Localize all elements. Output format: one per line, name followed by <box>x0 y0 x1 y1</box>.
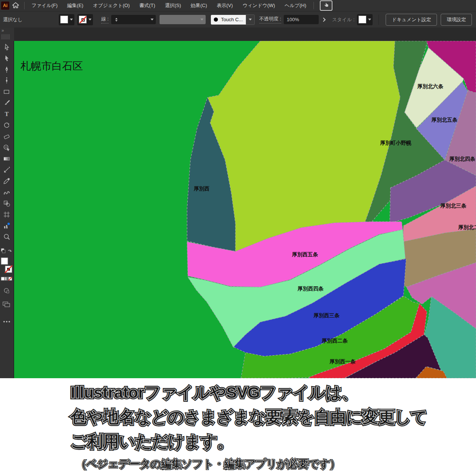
brush-definition-dropdown[interactable]: Touch C... <box>211 15 246 25</box>
curvature-tool[interactable] <box>0 75 13 86</box>
brush-definition-chevron[interactable] <box>246 15 255 25</box>
variable-width-dropdown-disabled <box>160 15 206 24</box>
document-canvas[interactable]: 札幌市白石区 厚別北六条 厚別北五条 厚別町小野幌 厚別北四条 厚別北三条 厚別… <box>14 41 476 378</box>
paintbrush-tool[interactable] <box>0 97 13 109</box>
menu-effect[interactable]: 効果(C) <box>186 0 212 11</box>
brush-dot-icon <box>214 17 218 22</box>
map-label: 厚別北四条 <box>449 156 476 162</box>
promo-banner: IllustratorファイルやSVGファイルは、 Illustratorファイ… <box>0 378 476 476</box>
default-and-swap-fill-stroke[interactable] <box>0 245 13 257</box>
home-icon <box>12 2 19 9</box>
home-button[interactable] <box>9 0 22 11</box>
type-tool[interactable]: T <box>0 109 13 120</box>
chevron-down-icon <box>151 19 154 20</box>
selection-status: 選択なし <box>3 16 59 23</box>
controlbar-divider <box>379 15 379 25</box>
direct-selection-tool[interactable] <box>0 53 13 64</box>
menu-file[interactable]: ファイル(F) <box>27 0 62 11</box>
menu-select[interactable]: 選択(S) <box>160 0 186 11</box>
map-label: 厚別西二条 <box>321 338 348 344</box>
eyedropper-tool[interactable] <box>0 176 13 187</box>
style-swatch[interactable] <box>358 16 366 23</box>
rotate-tool[interactable] <box>0 120 13 131</box>
more-tools-ellipsis[interactable] <box>0 316 13 327</box>
stroke-color-proxy[interactable] <box>5 266 12 273</box>
map-label: 厚別西三条 <box>313 312 340 318</box>
menu-bar: Ai ファイル(F) 編集(E) オブジェクト(O) 書式(T) 選択(S) 効… <box>0 0 476 11</box>
menubar-divider <box>24 2 25 9</box>
graph-tool[interactable] <box>0 220 13 231</box>
chevron-down-icon <box>249 19 252 20</box>
chevron-down-icon <box>368 19 371 20</box>
illustrator-logo[interactable]: Ai <box>1 1 9 10</box>
opacity-options-button[interactable] <box>319 15 328 24</box>
menubar-divider <box>313 2 314 9</box>
chevron-right-icon <box>321 17 325 22</box>
document-setup-button[interactable]: ドキュメント設定 <box>386 14 437 26</box>
artboard-tool[interactable] <box>0 209 13 220</box>
pen-tool[interactable] <box>0 64 13 75</box>
gradient-tool[interactable] <box>0 153 13 164</box>
map-title: 札幌市白石区 <box>20 60 83 72</box>
rectangle-tool[interactable] <box>0 86 13 97</box>
chevron-down-icon <box>70 19 73 20</box>
fill-swatch[interactable] <box>60 16 68 23</box>
width-tool[interactable] <box>0 164 13 176</box>
toolbar-drag-grip[interactable] <box>1 34 10 39</box>
eraser-tool[interactable] <box>0 131 13 142</box>
fill-color-dropdown[interactable] <box>59 14 74 25</box>
map-label: 厚別西四条 <box>297 286 324 292</box>
shape-builder-tool[interactable] <box>0 198 13 209</box>
touch-hand-icon <box>324 3 329 9</box>
stroke-weight-field[interactable] <box>111 15 156 24</box>
brush-definition-value: Touch C... <box>221 17 243 22</box>
stroke-weight-stepper[interactable] <box>113 18 119 22</box>
style-label: スタイル : <box>332 16 354 23</box>
chevron-down-icon <box>200 19 203 20</box>
menu-type[interactable]: 書式(T) <box>135 0 160 11</box>
menu-object[interactable]: オブジェクト(O) <box>88 0 135 11</box>
menu-edit[interactable]: 編集(E) <box>62 0 88 11</box>
preferences-button[interactable]: 環境設定 <box>441 14 472 26</box>
touch-workspace-button[interactable] <box>320 0 332 11</box>
color-gradient-none-controls[interactable] <box>0 276 13 282</box>
opacity-value: 100% <box>287 17 299 22</box>
menu-help[interactable]: ヘルプ(H) <box>280 0 311 11</box>
toolbar-header: » <box>0 28 14 41</box>
map-label: 厚別西五条 <box>292 251 318 257</box>
fill-color-proxy[interactable] <box>1 258 8 264</box>
promo-line-2: 色や地名などのさまざまな要素を自由に変更して 色や地名などのさまざまな要素を自由… <box>71 406 427 428</box>
map-label: 厚別町小野幌 <box>380 140 412 146</box>
style-dropdown[interactable] <box>357 14 373 25</box>
shaper-tool[interactable] <box>0 142 13 153</box>
step-down-icon <box>115 20 118 22</box>
toolbar-collapse-icon[interactable]: » <box>1 28 4 33</box>
selection-tool[interactable] <box>0 42 13 53</box>
map-label: 厚別西一条 <box>329 358 356 364</box>
control-bar: 選択なし 線 : Touch C... 不透明度 : 100% スタイル : ド… <box>0 11 476 28</box>
map-label: 厚別北三条 <box>440 203 467 209</box>
promo-line-1: IllustratorファイルやSVGファイルは、 Illustratorファイ… <box>71 382 358 403</box>
screen-mode-control[interactable] <box>0 299 13 310</box>
draw-mode-control[interactable] <box>0 285 13 296</box>
stroke-swatch-none[interactable] <box>79 16 87 23</box>
stroke-color-dropdown[interactable] <box>77 14 93 25</box>
zoom-tool[interactable] <box>0 231 13 242</box>
stroke-weight-label: 線 : <box>101 16 109 23</box>
tools-panel: T <box>0 41 14 378</box>
map-label: 厚別北六条 <box>417 83 444 89</box>
promo-line-4: （ベジェデータの編集ソフト・編集アプリが必要です） （ベジェデータの編集ソフト・… <box>76 457 340 471</box>
fill-stroke-indicator[interactable] <box>0 257 13 276</box>
opacity-input[interactable]: 100% <box>284 15 319 24</box>
map-label: 厚別北二条 <box>458 224 476 230</box>
document-tab-bar <box>0 28 476 41</box>
graph-tool-badge <box>7 223 10 225</box>
map-label: 厚別北五条 <box>431 117 458 123</box>
blend-tool[interactable] <box>0 187 13 198</box>
menu-window[interactable]: ウィンドウ(W) <box>238 0 280 11</box>
opacity-label: 不透明度 : <box>259 16 281 23</box>
map-label: 厚別西 <box>193 186 209 192</box>
menu-view[interactable]: 表示(V) <box>212 0 238 11</box>
chevron-down-icon <box>89 19 91 20</box>
svg-text:T: T <box>5 111 9 117</box>
